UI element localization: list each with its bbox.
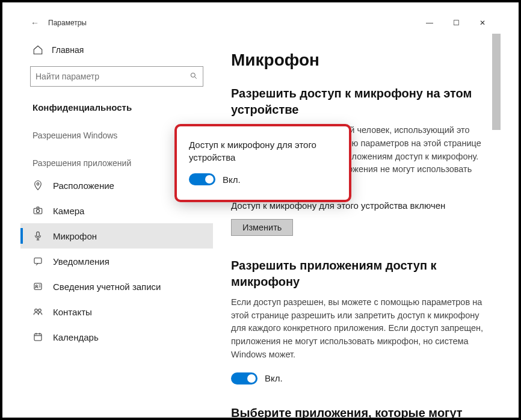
svg-line-1 (195, 76, 197, 78)
svg-point-13 (35, 309, 38, 312)
apps-access-toggle-label: Вкл. (265, 373, 283, 383)
section1-title: Разрешить доступ к микрофону на этом уст… (231, 85, 489, 118)
back-button[interactable]: ← (25, 18, 45, 28)
sidebar-item-label: Расположение (53, 181, 114, 191)
flyout-title: Доступ к микрофону для этого устройства (189, 138, 337, 164)
titlebar: ← Параметры — ☐ ✕ (20, 12, 501, 34)
section1-status: Доступ к микрофону для этого устройства … (231, 200, 489, 211)
sidebar-item-label: Календарь (53, 332, 99, 342)
sidebar-item-label: Уведомления (53, 256, 109, 267)
account-icon (32, 281, 43, 292)
minimize-button[interactable]: — (416, 14, 443, 32)
maximize-button[interactable]: ☐ (443, 14, 469, 32)
device-access-flyout: Доступ к микрофону для этого устройства … (176, 125, 350, 201)
scrollbar[interactable] (492, 34, 501, 418)
home-icon (32, 45, 43, 55)
svg-rect-5 (37, 232, 40, 236)
svg-rect-9 (34, 283, 42, 290)
sidebar-section: Конфиденциальность (20, 93, 213, 117)
sidebar-item-camera[interactable]: Камера (20, 198, 213, 223)
location-icon (32, 180, 43, 191)
page-title: Микрофон (231, 51, 489, 70)
sidebar-home[interactable]: Главная (20, 40, 213, 60)
search-input[interactable] (30, 66, 203, 87)
content-pane: Микрофон Разрешить доступ к микрофону на… (213, 34, 501, 418)
window-title: Параметры (48, 19, 87, 27)
section3-title-partial: Выберите приложения, которые могут (231, 405, 489, 418)
section2-description: Если доступ разрешен, вы можете с помощь… (231, 296, 489, 362)
apps-access-toggle[interactable] (231, 372, 257, 384)
section2-title: Разрешить приложениям доступ к микрофону (231, 258, 489, 290)
device-access-toggle-label: Вкл. (223, 174, 241, 185)
sidebar-item-account-info[interactable]: Сведения учетной записи (20, 274, 213, 299)
svg-point-2 (37, 183, 39, 185)
scrollbar-thumb[interactable] (492, 34, 501, 130)
svg-point-4 (36, 209, 39, 212)
contacts-icon (32, 306, 43, 317)
microphone-icon (32, 230, 43, 241)
device-access-toggle[interactable] (189, 173, 215, 185)
sidebar-item-label: Контакты (53, 307, 92, 317)
sidebar-item-contacts[interactable]: Контакты (20, 299, 213, 324)
search-icon (190, 72, 198, 82)
camera-icon (32, 205, 43, 216)
sidebar-item-notifications[interactable]: Уведомления (20, 249, 213, 274)
sidebar-item-label: Сведения учетной записи (53, 282, 161, 292)
calendar-icon (32, 332, 43, 342)
sidebar: Главная Конфиденциальность Разрешения Wi… (20, 34, 213, 418)
svg-point-14 (39, 309, 42, 312)
change-button[interactable]: Изменить (231, 219, 293, 236)
sidebar-home-label: Главная (52, 45, 84, 55)
svg-rect-8 (34, 258, 42, 264)
sidebar-item-microphone[interactable]: Микрофон (20, 223, 213, 249)
svg-rect-15 (34, 334, 42, 341)
sidebar-item-calendar[interactable]: Календарь (20, 324, 213, 350)
sidebar-item-label: Камера (53, 206, 84, 216)
search-field[interactable] (35, 72, 190, 81)
close-button[interactable]: ✕ (469, 14, 496, 32)
svg-point-0 (191, 73, 195, 77)
sidebar-item-label: Микрофон (53, 231, 97, 241)
notifications-icon (32, 256, 43, 267)
